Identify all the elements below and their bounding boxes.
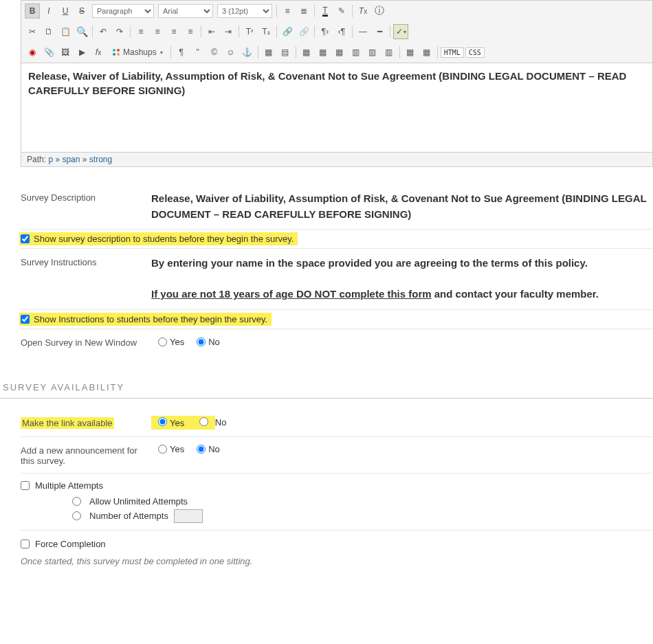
attach-icon[interactable]: 📎 [41,45,56,60]
merge-cells-icon[interactable]: ▦ [403,45,418,60]
allow-unlimited-radio[interactable] [72,497,81,506]
delete-row-icon[interactable]: ▦ [332,45,347,60]
media-icon[interactable]: ▶ [74,45,89,60]
rtl-icon[interactable]: ‹¶ [334,24,349,39]
make-link-radios: Yes No [151,416,232,430]
force-completion-label: Force Completion [35,539,106,549]
showblocks-icon[interactable]: ¶ [174,45,189,60]
paste-icon[interactable]: 📋 [58,24,73,39]
fx-icon[interactable]: fx [91,45,106,60]
open-new-window-label: Open Survey in New Window [21,336,151,348]
announcement-radios: Yes No [151,444,225,454]
link-icon[interactable]: 🔗 [280,24,295,39]
spellcheck-icon[interactable]: ✓▾ [393,24,408,39]
cut-icon[interactable]: ✂ [25,24,40,39]
make-link-yes-radio[interactable] [158,417,167,426]
announcement-label: Add a new announcement for this survey. [21,444,151,466]
show-description-checkbox[interactable] [21,234,30,243]
undo-icon[interactable]: ↶ [96,24,111,39]
split-cells-icon[interactable]: ▦ [419,45,434,60]
format-select[interactable]: Paragraph [92,4,154,18]
table-row-icon[interactable]: ▤ [278,45,293,60]
align-center-icon[interactable]: ≡ [150,24,165,39]
path-p[interactable]: p [48,155,53,164]
mashups-button[interactable]: Mashups ▾ [107,45,168,60]
css-button[interactable]: CSS [465,47,485,58]
image-icon[interactable]: 🖼 [58,45,73,60]
insert-col-before-icon[interactable]: ▥ [348,45,364,60]
redo-icon[interactable]: ↷ [112,24,127,39]
svg-point-3 [117,53,120,56]
table-icon[interactable]: ▦ [261,45,276,60]
unlink-icon[interactable]: 🔗 [296,24,311,39]
subscript-icon[interactable]: T₂ [258,24,274,39]
fontcolor-icon[interactable]: T [318,3,333,19]
show-description-checkbox-label[interactable]: Show survey description to students befo… [19,232,298,245]
multiple-attempts-checkbox[interactable] [21,481,30,490]
insert-col-after-icon[interactable]: ▥ [365,45,380,60]
fontsize-select[interactable]: 3 (12pt) [217,4,272,18]
survey-instructions-value: By entering your name in the space provi… [151,256,653,302]
html-button[interactable]: HTML [441,47,464,58]
italic-icon[interactable]: I [41,3,56,19]
open-new-no-radio[interactable] [197,337,206,346]
svg-point-2 [113,53,115,56]
make-link-no-radio[interactable] [199,417,208,426]
allow-unlimited-label: Allow Unlimited Attempts [89,496,188,507]
path-bar: Path: p » span » strong [21,153,653,167]
emoji-icon[interactable]: ☺ [223,45,239,60]
survey-description-value: Release, Waiver of Liability, Assumption… [151,191,653,222]
open-new-yes-radio[interactable] [158,337,167,346]
ltr-icon[interactable]: ¶› [318,24,333,39]
show-instructions-checkbox-label[interactable]: Show Instructions to students before the… [19,313,272,326]
bold-icon[interactable]: B [25,3,40,19]
anchor-icon[interactable]: ⚓ [240,45,255,60]
fontfamily-select[interactable]: Arial [158,4,213,18]
delete-col-icon[interactable]: ▥ [381,45,397,60]
svg-point-1 [117,49,120,52]
copyright-icon[interactable]: © [207,45,222,60]
insert-row-before-icon[interactable]: ▦ [299,45,314,60]
number-list-icon[interactable]: ≣ [296,3,311,19]
editor-text: Release, Waiver of Liability, Assumption… [28,70,626,96]
hr2-icon[interactable]: ━ [372,24,387,39]
align-justify-icon[interactable]: ≡ [183,24,198,39]
superscript-icon[interactable]: T² [242,24,257,39]
multiple-attempts-label: Multiple Attempts [35,480,103,491]
svg-point-0 [113,49,115,52]
number-attempts-input[interactable] [174,509,203,523]
path-strong[interactable]: strong [89,155,112,164]
highlight-icon[interactable]: ✎ [334,3,349,19]
record-icon[interactable]: ◉ [25,45,40,60]
open-new-window-radios: Yes No [151,337,225,347]
insert-row-after-icon[interactable]: ▦ [316,45,331,60]
align-right-icon[interactable]: ≡ [166,24,181,39]
survey-instructions-label: Survey Instructions [21,256,151,302]
announcement-yes-radio[interactable] [158,445,167,454]
survey-description-label: Survey Description [21,191,151,222]
number-attempts-radio[interactable] [72,511,81,520]
quote-icon[interactable]: " [190,45,206,60]
mashups-label: Mashups [123,47,157,57]
path-span[interactable]: span [62,155,80,164]
find-icon[interactable]: 🔍 [74,24,89,39]
strike-icon[interactable]: S [74,3,89,19]
survey-availability-header: SURVEY AVAILABILITY [3,382,653,392]
help-icon[interactable]: ⓘ [372,3,387,19]
clearformat-icon[interactable]: Tx [355,3,370,19]
indent-icon[interactable]: ⇥ [221,24,236,39]
force-completion-hint: Once started, this survey must be comple… [21,556,653,566]
editor-content[interactable]: Release, Waiver of Liability, Assumption… [21,63,653,153]
hr-icon[interactable]: — [355,24,370,39]
outdent-icon[interactable]: ⇤ [204,24,219,39]
copy-icon[interactable]: 🗋 [41,24,56,39]
show-instructions-checkbox[interactable] [21,315,30,324]
announcement-no-radio[interactable] [197,445,206,454]
align-left-icon[interactable]: ≡ [133,24,148,39]
number-attempts-label: Number of Attempts [89,511,168,521]
underline-icon[interactable]: U [58,3,73,19]
make-link-label: Make the link available [21,417,151,428]
force-completion-checkbox[interactable] [21,540,30,548]
bullet-list-icon[interactable]: ≡ [280,3,295,19]
